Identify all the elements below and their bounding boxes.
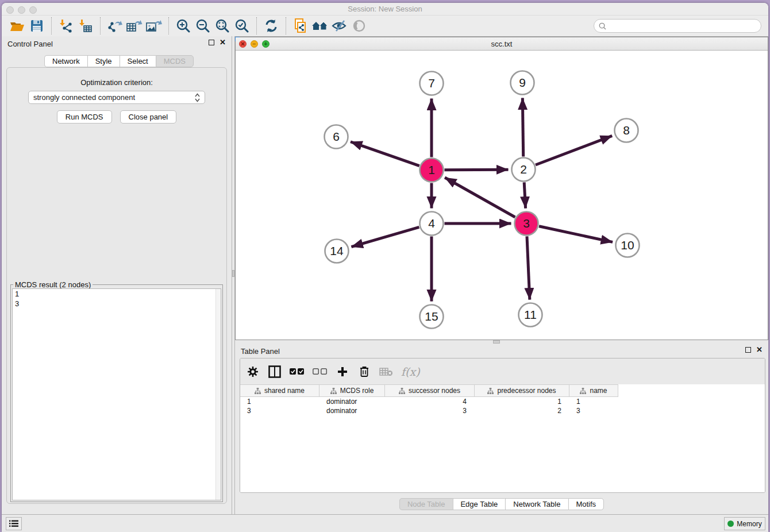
node-6[interactable]: 6 <box>325 125 348 149</box>
mcds-result-group: MCDS result (2 nodes) 13 <box>10 284 223 502</box>
zoom-in-button[interactable] <box>174 17 193 34</box>
edge-1-6[interactable] <box>351 142 419 166</box>
close-panel-icon[interactable]: ✕ <box>220 40 226 45</box>
edge-1-2[interactable] <box>444 169 508 170</box>
zoom-selected-icon <box>235 19 249 33</box>
import-table-button[interactable] <box>76 17 95 34</box>
export-table-button[interactable] <box>125 17 144 34</box>
cell-name[interactable]: 3 <box>569 406 618 415</box>
cell-successor-nodes[interactable]: 4 <box>385 397 475 406</box>
column-header-name[interactable]: name <box>569 384 618 397</box>
clone-network-button[interactable] <box>291 17 310 34</box>
delete-table-button[interactable] <box>379 364 393 379</box>
table-tab-node-table[interactable]: Node Table <box>399 498 453 510</box>
node-10[interactable]: 10 <box>616 234 640 257</box>
control-tab-select[interactable]: Select <box>120 55 156 67</box>
first-neighbors-button[interactable] <box>310 17 330 34</box>
edge-3-11[interactable] <box>527 236 530 299</box>
search-field[interactable] <box>594 19 761 33</box>
table-tab-network-table[interactable]: Network Table <box>505 498 568 510</box>
edge-2-3[interactable] <box>524 182 525 208</box>
save-session-button[interactable] <box>27 17 47 34</box>
hide-selected-button[interactable] <box>330 17 349 34</box>
mcds-result-list[interactable]: 13 <box>12 288 221 500</box>
table-row[interactable]: 1dominator411 <box>240 397 765 406</box>
cell-predecessor-nodes[interactable]: 2 <box>475 406 569 415</box>
control-tab-network[interactable]: Network <box>44 55 87 67</box>
control-tab-style[interactable]: Style <box>87 55 120 67</box>
table-tab-edge-table[interactable]: Edge Table <box>452 498 505 510</box>
node-8[interactable]: 8 <box>615 119 638 142</box>
edge-3-10[interactable] <box>539 226 613 242</box>
search-input[interactable] <box>609 22 756 30</box>
vertical-splitter-handle[interactable] <box>232 270 234 277</box>
node-1[interactable]: 1 <box>420 159 444 182</box>
close-panel-button[interactable]: Close panel <box>120 110 177 124</box>
cell-MCDS-role[interactable]: dominator <box>319 406 385 415</box>
table-tab-motifs[interactable]: Motifs <box>568 498 604 510</box>
memory-button[interactable]: Memory <box>724 517 765 530</box>
node-7[interactable]: 7 <box>420 72 444 95</box>
cell-successor-nodes[interactable]: 3 <box>385 406 475 415</box>
close-table-panel-icon[interactable]: ✕ <box>756 347 763 353</box>
function-builder-button[interactable]: f(x) <box>401 364 420 379</box>
network-graph[interactable]: 7968124314101511 <box>236 51 768 340</box>
column-header-predecessor-nodes[interactable]: predecessor nodes <box>475 384 569 397</box>
create-column-button[interactable] <box>336 364 349 379</box>
zoom-out-button[interactable] <box>193 17 213 34</box>
memory-status-dot <box>727 521 734 527</box>
table-settings-button[interactable] <box>246 364 260 379</box>
node-2[interactable]: 2 <box>512 158 536 182</box>
column-header-shared-name[interactable]: shared name <box>240 384 319 397</box>
column-header-successor-nodes[interactable]: successor nodes <box>385 384 475 397</box>
open-session-button[interactable] <box>7 17 27 34</box>
node-3[interactable]: 3 <box>515 212 538 236</box>
cell-MCDS-role[interactable]: dominator <box>319 397 385 406</box>
edge-3-1[interactable] <box>445 178 515 217</box>
run-mcds-button[interactable]: Run MCDS <box>57 110 112 124</box>
deselect-all-columns-button[interactable] <box>313 364 328 379</box>
column-header-MCDS-role[interactable]: MCDS role <box>319 384 385 397</box>
apply-preferred-layout-button[interactable] <box>261 17 281 34</box>
mcds-result-node[interactable]: 1 <box>13 289 221 299</box>
import-table-icon <box>79 19 93 33</box>
import-network-button[interactable] <box>56 17 76 34</box>
export-network-button[interactable] <box>105 17 125 34</box>
select-all-columns-button[interactable] <box>290 364 305 379</box>
toolbar-separator <box>256 17 257 34</box>
node-label-4: 4 <box>428 217 435 230</box>
delete-column-button[interactable] <box>357 364 371 379</box>
export-image-button[interactable] <box>144 17 164 34</box>
node-4[interactable]: 4 <box>420 212 444 236</box>
main-toolbar <box>2 16 768 37</box>
show-all-button[interactable] <box>349 17 369 34</box>
table-row[interactable]: 3dominator323 <box>240 406 765 415</box>
cell-shared-name[interactable]: 1 <box>240 397 319 406</box>
float-table-panel-icon[interactable] <box>745 347 751 353</box>
zoom-selected-button[interactable] <box>232 17 252 34</box>
edge-4-14[interactable] <box>351 227 419 246</box>
control-tab-mcds[interactable]: MCDS <box>156 55 194 67</box>
node-11[interactable]: 11 <box>519 303 542 327</box>
criterion-dropdown[interactable]: strongly connected component <box>28 91 205 104</box>
plus-icon <box>337 366 348 377</box>
task-history-button[interactable] <box>6 517 22 530</box>
zoom-out-icon <box>196 19 210 33</box>
node-15[interactable]: 15 <box>420 305 444 329</box>
checked-boxes-icon <box>290 368 305 375</box>
criterion-value: strongly connected component <box>33 93 195 102</box>
edge-2-9[interactable] <box>522 98 523 156</box>
float-panel-icon[interactable] <box>209 40 214 45</box>
mcds-result-node[interactable]: 3 <box>13 299 221 309</box>
zoom-fit-button[interactable] <box>213 17 232 34</box>
result-scrollbar[interactable] <box>215 289 221 500</box>
show-column-panel-button[interactable] <box>268 364 282 379</box>
node-14[interactable]: 14 <box>325 240 349 263</box>
edge-2-8[interactable] <box>536 136 612 165</box>
node-label-10: 10 <box>621 238 634 252</box>
cell-shared-name[interactable]: 3 <box>240 406 319 415</box>
network-canvas[interactable]: 7968124314101511 <box>236 51 768 340</box>
cell-predecessor-nodes[interactable]: 1 <box>475 397 569 406</box>
cell-name[interactable]: 1 <box>569 397 618 406</box>
node-9[interactable]: 9 <box>511 71 534 95</box>
